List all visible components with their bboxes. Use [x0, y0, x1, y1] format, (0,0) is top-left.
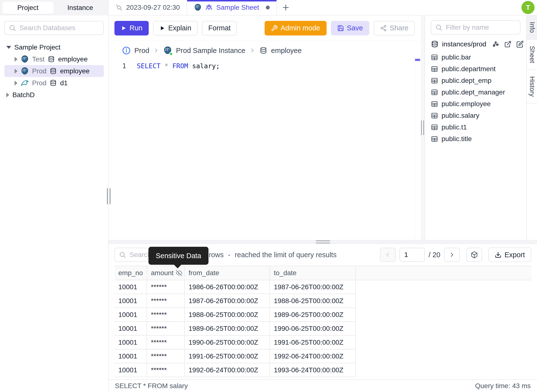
table-item[interactable]: public.department: [431, 63, 520, 75]
project-label: Sample Project: [14, 43, 61, 51]
sql-star: *: [165, 62, 168, 70]
tree-db-test-employee[interactable]: Test employee: [4, 53, 104, 65]
prev-page-button[interactable]: [380, 248, 396, 262]
table-name: public.t1: [442, 123, 467, 131]
table-icon: [431, 112, 438, 119]
next-page-button[interactable]: [444, 248, 460, 262]
explain-button[interactable]: Explain: [153, 21, 198, 35]
save-icon: [337, 25, 344, 32]
sensitive-data-tooltip: Sensitive Data: [148, 247, 208, 265]
cell-amount-masked: ******: [147, 322, 184, 335]
schema-diagram-icon[interactable]: [492, 41, 499, 48]
sql-editor[interactable]: Prod Prod Sample Instance employee 1: [109, 41, 421, 240]
minimap-highlight: [415, 59, 420, 61]
panel-resize-handle[interactable]: [421, 16, 424, 240]
chevron-right-icon: [249, 47, 256, 54]
plus-icon: [282, 4, 290, 11]
database-search-input[interactable]: [19, 24, 99, 32]
tab-info[interactable]: Info: [527, 16, 537, 40]
column-header-amount-label: amount: [151, 269, 173, 277]
cell-to-date: 1990-06-25T00:00:00Z: [270, 322, 355, 335]
edit-icon[interactable]: [516, 41, 524, 48]
page-number-input[interactable]: [399, 248, 425, 262]
tab-project[interactable]: Project: [2, 2, 54, 14]
database-icon: [50, 79, 57, 87]
play-icon: [121, 25, 127, 31]
tree-project-sample[interactable]: Sample Project: [4, 41, 104, 53]
env-label: Test: [32, 55, 44, 63]
link-off-icon: [115, 4, 123, 11]
table-item[interactable]: public.dept_emp: [431, 75, 520, 86]
tab-history[interactable]: History: [527, 70, 537, 103]
table-name: public.dept_emp: [442, 77, 491, 85]
breadcrumb-env: Prod: [134, 47, 149, 55]
external-link-icon[interactable]: [504, 41, 511, 48]
sql-keyword: FROM: [172, 62, 188, 70]
tree-db-prod-employee[interactable]: Prod employee: [4, 65, 104, 77]
instance-engine: [163, 46, 172, 55]
table-item[interactable]: public.employee: [431, 98, 520, 110]
admin-mode-button[interactable]: Admin mode: [265, 21, 327, 35]
code-line[interactable]: 1 SELECT * FROM salary;: [109, 62, 421, 70]
sidebar-body: Sample Project Test employee Prod employ…: [0, 16, 108, 392]
cell-filler: [355, 280, 531, 294]
sheet-tabbar: 2023-09-27 02:30 Sample Sheet T: [109, 0, 537, 16]
instance-group-row: instances/prod: [431, 40, 520, 48]
play-icon: [159, 25, 165, 31]
results-resize-handle[interactable]: [109, 240, 537, 244]
chevron-left-icon: [384, 251, 391, 258]
column-header-emp-no: emp_no: [114, 266, 147, 280]
table-item[interactable]: public.title: [431, 133, 520, 145]
tab-sheet[interactable]: Sheet: [527, 40, 537, 70]
table-item[interactable]: public.salary: [431, 110, 520, 121]
postgres-icon: [194, 4, 202, 11]
sql-editor-app: Project Instance Sample Project Test emp…: [0, 0, 537, 392]
database-icon: [260, 47, 267, 54]
run-label: Run: [130, 24, 142, 32]
editor-column: Run Explain Format Admin mode: [109, 16, 421, 240]
share-button[interactable]: Share: [374, 21, 415, 35]
chevron-right-icon: [153, 47, 159, 54]
tree-db-prod-d1[interactable]: Prod d1: [4, 77, 104, 89]
db-label: employee: [58, 55, 87, 63]
sidebar: Project Instance Sample Project Test emp…: [0, 0, 109, 392]
table-item[interactable]: public.dept_manager: [431, 86, 520, 98]
table-icon: [431, 135, 438, 143]
page-total: / 20: [429, 251, 440, 259]
sql-keyword: SELECT: [137, 62, 161, 70]
run-button[interactable]: Run: [114, 21, 149, 35]
eye-off-icon[interactable]: [176, 270, 182, 276]
tab-instance[interactable]: Instance: [55, 2, 106, 14]
breadcrumb-instance[interactable]: Prod Sample Instance: [176, 47, 245, 55]
export-button[interactable]: Export: [488, 247, 531, 262]
caret-right-icon: [15, 81, 17, 85]
sidebar-resize-handle[interactable]: [106, 188, 111, 204]
table-item[interactable]: public.bar: [431, 51, 520, 63]
tree-project-batchd[interactable]: BatchD: [4, 89, 104, 101]
postgres-icon: [21, 67, 29, 75]
results-grid: emp_no amount from_date to_date 10001***…: [114, 266, 531, 379]
add-sheet-button[interactable]: [277, 0, 294, 15]
connection-breadcrumb: Prod Prod Sample Instance employee: [109, 41, 421, 55]
breadcrumb-database[interactable]: employee: [271, 47, 302, 55]
cell-to-date: 1989-06-25T00:00:00Z: [270, 308, 355, 322]
schema-filter-input[interactable]: [446, 24, 516, 31]
table-row: 10001******1986-06-26T00:00:00Z1987-06-2…: [114, 280, 531, 294]
table-icon: [431, 100, 438, 108]
format-button[interactable]: Format: [202, 21, 237, 35]
avatar-initial: T: [526, 4, 530, 11]
row-count-message: 0 rows - reached the limit of query resu…: [203, 251, 337, 259]
tooltip-label: Sensitive Data: [156, 252, 201, 260]
info-icon[interactable]: [122, 46, 130, 55]
tab-sample-sheet[interactable]: Sample Sheet: [187, 0, 277, 15]
caret-right-icon: [15, 57, 17, 62]
tab-history-sheet[interactable]: 2023-09-27 02:30: [109, 0, 187, 15]
table-item[interactable]: public.t1: [431, 121, 520, 133]
save-button[interactable]: Save: [331, 21, 369, 35]
wrench-icon: [271, 25, 278, 32]
result-box-button[interactable]: [467, 248, 482, 262]
user-avatar[interactable]: T: [521, 1, 535, 14]
postgres-icon: [21, 55, 29, 63]
editor-minimap[interactable]: [414, 53, 421, 240]
database-tree: Sample Project Test employee Prod employ…: [4, 41, 104, 101]
